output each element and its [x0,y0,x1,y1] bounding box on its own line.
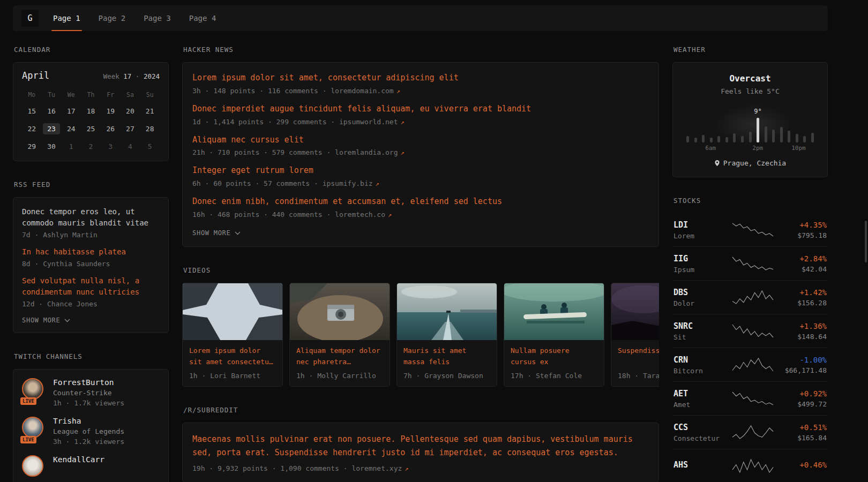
avatar-image [22,417,43,438]
channel-avatar [22,455,46,480]
video-title-link[interactable]: Lorem ipsum dolor sit amet consectetu… [189,345,276,368]
external-link-icon[interactable]: ↗ [388,211,392,219]
video-thumbnail-sea[interactable] [397,283,497,340]
calendar-day: 17 [61,102,81,120]
hn-meta: 1d · 1,414 points · 299 comments · ipsum… [192,118,649,126]
chevron-down-icon [64,319,70,322]
channel-name[interactable]: KendallCarr [53,455,104,464]
channel-game: Counter-Strike [53,389,124,397]
video-card[interactable]: Aliquam tempor dolor nec pharetra… 1h · … [289,283,390,387]
stock-row[interactable]: SNRCSit +1.36%$148.64 [672,314,828,348]
hn-title-link[interactable]: Aliquam nec cursus elit [192,134,649,146]
hn-title-link[interactable]: Donec imperdiet augue tincidunt felis al… [192,103,649,115]
calendar-day: 25 [81,120,101,138]
rss-item-link[interactable]: Donec tempor eros leo, ut commodo mauris… [22,206,160,229]
video-meta: 1h · Lori Barnett [189,372,276,380]
hn-meta: 3h · 148 points · 116 comments · loremdo… [192,87,649,95]
hn-title-link[interactable]: Donec enim nibh, condimentum et accumsan… [192,196,649,208]
video-thumbnail-dusk[interactable] [611,283,659,340]
stock-row[interactable]: AHS +0.46% [672,449,828,482]
hn-meta-text: 3h · 148 points · 116 comments · loremdo… [192,87,394,95]
channel-viewers: 3h · 1.2k viewers [53,438,124,446]
stock-row[interactable]: IIGIpsum +2.84%$42.04 [672,247,828,281]
time-label: 2pm [752,145,763,152]
weekday-label: Mo [22,87,42,102]
stock-row[interactable]: AETAmet +0.92%$499.72 [672,382,828,416]
hn-title-link[interactable]: Lorem ipsum dolor sit amet, consectetur … [192,72,649,84]
weather-section-title: WEATHER [674,46,827,54]
calendar-day-next-month: 1 [61,138,81,155]
video-card-body: Lorem ipsum dolor sit amet consectetu… 1… [183,340,282,386]
video-card-body: Suspendisse diam 18h · Tara [611,340,659,386]
stock-ticker: CCS [674,423,727,432]
weather-bars: 9° [686,116,814,142]
channel-game: League of Legends [53,427,124,435]
external-link-icon[interactable]: ↗ [405,465,408,472]
hn-meta-text: 16h · 468 points · 440 comments · loremt… [192,210,385,219]
chevron-down-icon [235,231,241,235]
stock-row[interactable]: CRNBitcorn -1.00%$66,171.48 [672,348,828,382]
stock-price: $165.84 [779,434,827,442]
video-card[interactable]: Lorem ipsum dolor sit amet consectetu… 1… [182,283,283,387]
tab-page-1[interactable]: Page 1 [51,5,82,31]
hn-item: Donec enim nibh, condimentum et accumsan… [192,196,649,219]
tab-page-3[interactable]: Page 3 [142,5,173,31]
video-thumbnail-towers[interactable] [183,283,283,340]
twitch-channel[interactable]: LIVE Trisha League of Legends 3h · 1.2k … [22,417,160,446]
rss-item-meta: 7d · Ashlyn Martin [22,231,160,239]
video-thumbnail-camera[interactable] [290,283,390,340]
video-card[interactable]: Nullam posuere cursus ex 17h · Stefan Co… [504,283,604,387]
hn-title-link[interactable]: Integer eget rutrum lorem [192,165,649,177]
calendar-week-indicator: Week 17 · 2024 [103,72,160,80]
rss-show-more-button[interactable]: SHOW MORE [22,317,160,324]
rss-item: In hac habitasse platea 8d · Cynthia Sau… [22,246,160,268]
video-title-link[interactable]: Nullam posuere cursus ex [511,345,597,368]
calendar-weekday-row: Mo Tu We Th Fr Sa Su [22,87,160,102]
external-link-icon[interactable]: ↗ [376,180,379,187]
stock-row[interactable]: DBSDolor +1.42%$156.28 [672,281,828,314]
calendar-day: 30 [42,138,62,155]
channel-avatar: LIVE [22,417,46,441]
stock-row[interactable]: CCSConsectetur +0.51%$165.84 [672,416,828,449]
twitch-channel[interactable]: LIVE ForrestBurton Counter-Strike 1h · 1… [22,378,160,407]
hackernews-section-title: HACKER NEWS [183,46,658,54]
video-card[interactable]: Mauris sit amet massa felis 7h · Grayson… [396,283,497,387]
hn-item: Lorem ipsum dolor sit amet, consectetur … [192,72,649,95]
video-title-link[interactable]: Suspendisse diam [618,345,659,368]
stocks-section-title: STOCKS [674,197,827,205]
weekday-label: We [61,87,81,102]
channel-name[interactable]: Trisha [53,417,124,425]
video-card[interactable]: Suspendisse diam 18h · Tara [611,283,659,387]
stock-price: $42.04 [779,265,827,273]
channel-name[interactable]: ForrestBurton [53,378,124,387]
external-link-icon[interactable]: ↗ [401,149,405,156]
twitch-channel[interactable]: KendallCarr [22,455,160,480]
calendar-day: 28 [140,120,160,138]
channel-avatar: LIVE [22,378,46,403]
rss-item-link[interactable]: Sed volutpat nulla nisl, a condimentum n… [22,275,160,298]
weekday-label: Th [81,87,101,102]
video-title-link[interactable]: Mauris sit amet massa felis [403,345,490,368]
twitch-widget: LIVE ForrestBurton Counter-Strike 1h · 1… [13,369,169,482]
weather-condition: Overcast [686,73,814,84]
video-title-link[interactable]: Aliquam tempor dolor nec pharetra… [296,345,383,368]
channel-info: Trisha League of Legends 3h · 1.2k viewe… [53,417,124,446]
stock-change: +0.92% [779,389,827,398]
tab-page-2[interactable]: Page 2 [97,5,128,31]
video-card-body: Aliquam tempor dolor nec pharetra… 1h · … [290,340,390,386]
week-number: 17 [123,72,131,80]
stock-row[interactable]: LDILorem +4.35%$795.18 [672,213,828,247]
external-link-icon[interactable]: ↗ [396,87,400,95]
rss-item-link[interactable]: In hac habitasse platea [22,246,160,258]
external-link-icon[interactable]: ↗ [401,118,405,126]
video-thumbnail-canoe[interactable] [504,283,604,340]
stock-name: Lorem [674,232,727,240]
reddit-post-link[interactable]: Maecenas mollis pulvinar erat non posuer… [192,433,649,460]
tab-page-4[interactable]: Page 4 [188,5,218,31]
hn-show-more-button[interactable]: SHOW MORE [192,229,649,237]
stock-sparkline [730,458,775,474]
location-text: Prague, Czechia [723,159,786,167]
scrollbar-thumb[interactable] [865,221,867,262]
stock-name: Amet [674,401,727,409]
glance-dashboard: G Page 1 Page 2 Page 3 Page 4 CALENDAR A… [0,0,868,482]
